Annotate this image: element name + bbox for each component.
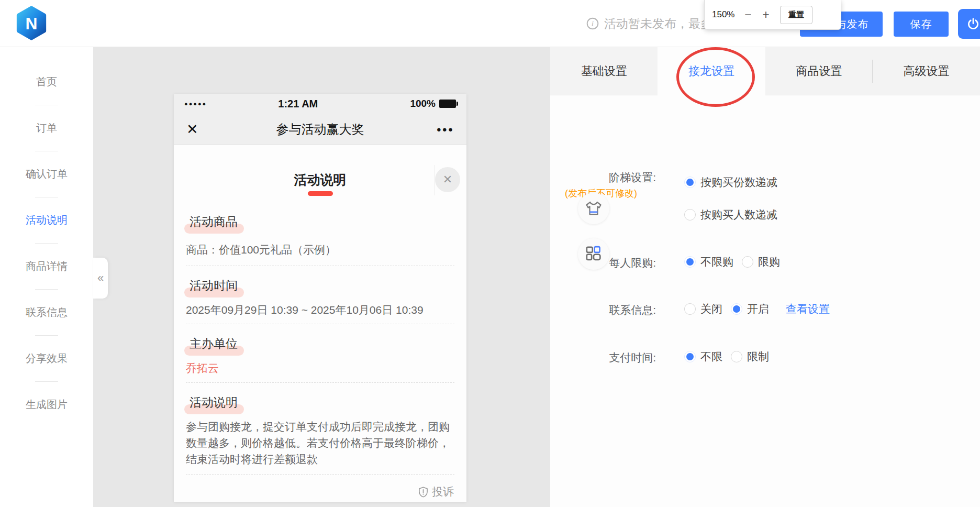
phone-status-bar: ●●●●● 1:21 AM 100%: [174, 94, 466, 114]
sidebar-item-confirm-order[interactable]: 确认订单: [0, 151, 93, 197]
contact-info-label: 联系信息:: [550, 303, 656, 317]
double-chevron-left-icon: «: [97, 271, 104, 285]
radio-no-limit[interactable]: 不限购: [684, 255, 733, 269]
close-icon: ✕: [443, 173, 452, 186]
payment-time-options: 不限 限制: [684, 349, 769, 364]
page-nav-sidebar: 首页 订单 确认订单 活动说明 商品详情 联系信息 分享效果 生成图片: [0, 47, 93, 507]
radio-label: 按购买份数递减: [700, 175, 777, 190]
section-divider: [186, 382, 454, 383]
zoom-out-button[interactable]: −: [739, 9, 757, 21]
shield-alert-icon: [418, 487, 428, 498]
radio-unselected-icon: [684, 209, 696, 221]
components-grid-button[interactable]: [578, 238, 609, 270]
save-button[interactable]: 保存: [894, 12, 949, 37]
phone-page-title: 参与活动赢大奖: [207, 121, 433, 138]
section-text-time: 2025年09月29日 10:39 ~ 2025年10月06日 10:39: [186, 302, 454, 318]
sidebar-item-contact-info[interactable]: 联系信息: [0, 290, 93, 335]
payment-time-label: 支付时间:: [550, 350, 656, 365]
battery-percent: 100%: [410, 98, 436, 109]
phone-content: 活动说明 ✕ 活动商品 商品：价值100元礼品（示例） 活动时间 2025年09…: [174, 145, 466, 502]
sidebar-collapse-handle[interactable]: «: [93, 258, 108, 299]
section-divider: [186, 474, 454, 475]
sidebar-item-orders[interactable]: 订单: [0, 105, 93, 151]
sidebar-item-activity-description[interactable]: 活动说明: [0, 197, 93, 243]
radio-label: 不限购: [700, 255, 733, 269]
power-icon: [966, 17, 980, 31]
description-panel-title: 活动说明: [174, 171, 466, 189]
settings-tabbar: 基础设置 接龙设置 商品设置 高级设置: [550, 47, 980, 95]
complaint-button[interactable]: 投诉: [418, 484, 454, 499]
radio-selected-icon: [731, 303, 742, 315]
theme-style-button[interactable]: [578, 193, 609, 224]
phone-close-icon[interactable]: ✕: [186, 121, 207, 138]
brand-logo[interactable]: N: [14, 5, 49, 41]
battery-icon: [439, 100, 456, 108]
power-exit-button[interactable]: [958, 9, 980, 39]
zoom-reset-button[interactable]: 重置: [780, 6, 812, 24]
radio-unselected-icon: [742, 256, 753, 268]
publish-notice-text: 活动暂未发布，最多: [604, 16, 712, 32]
panel-close-button[interactable]: ✕: [435, 167, 460, 192]
info-icon: i: [586, 17, 599, 30]
tab-advanced-settings[interactable]: 高级设置: [873, 47, 980, 95]
ladder-option-by-buyers: 按购买人数递减: [684, 207, 777, 222]
radio-label: 关闭: [700, 302, 722, 316]
radio-payment-no-limit[interactable]: 不限: [684, 349, 722, 364]
status-time: 1:21 AM: [186, 98, 410, 110]
radio-label: 不限: [700, 349, 722, 364]
section-text-product: 商品：价值100元礼品（示例）: [186, 241, 454, 258]
tab-product-settings[interactable]: 商品设置: [765, 47, 873, 95]
tab-label: 基础设置: [581, 63, 627, 79]
radio-selected-icon: [684, 351, 696, 362]
section-divider: [186, 324, 454, 324]
section-label-time: 活动时间: [190, 278, 238, 294]
svg-text:N: N: [25, 14, 37, 33]
radio-label: 限购: [758, 255, 780, 269]
section-text-organizer: 乔拓云: [186, 360, 454, 376]
hexagon-n-logo-icon: N: [14, 5, 49, 41]
publish-notice: i 活动暂未发布，最多: [586, 0, 712, 47]
title-underline-bar: [308, 191, 333, 196]
section-text-description: 参与团购接龙，提交订单支付成功后即完成接龙，团购数量越多，则价格越低。若支付价格…: [186, 418, 454, 467]
phone-menu-dots-icon[interactable]: ●●●: [433, 125, 454, 134]
radio-selected-icon: [684, 256, 696, 268]
radio-payment-limit[interactable]: 限制: [731, 349, 769, 364]
sidebar-item-home[interactable]: 首页: [0, 59, 93, 105]
svg-text:i: i: [592, 19, 594, 28]
jielong-settings-form: 阶梯设置: (发布后不可修改) 按购买份数递减 按购买人数递减 每人限购:: [550, 95, 980, 507]
contact-info-options: 关闭 开启 查看设置: [684, 302, 830, 316]
tab-label: 接龙设置: [688, 63, 734, 79]
view-contact-settings-link[interactable]: 查看设置: [786, 302, 830, 316]
complaint-label: 投诉: [432, 484, 454, 499]
radio-contact-off[interactable]: 关闭: [684, 302, 722, 316]
sidebar-item-generate-image[interactable]: 生成图片: [0, 382, 93, 427]
browser-zoom-popup: 150% − + 重置: [704, 0, 841, 30]
radio-label: 按购买人数递减: [700, 207, 777, 222]
phone-nav-bar: ✕ 参与活动赢大奖 ●●●: [174, 114, 466, 145]
mobile-preview-frame: ●●●●● 1:21 AM 100% ✕ 参与活动赢大奖 ●●● 活动说明 ✕ …: [174, 94, 466, 502]
sidebar-item-share-effect[interactable]: 分享效果: [0, 336, 93, 381]
settings-panel: 基础设置 接龙设置 商品设置 高级设置 阶梯设置: (发布后不可修改) 按购买份…: [550, 47, 980, 507]
battery-status: 100%: [410, 98, 456, 109]
tab-basic-settings[interactable]: 基础设置: [550, 47, 658, 95]
tab-label: 高级设置: [903, 63, 949, 79]
radio-unselected-icon: [731, 351, 742, 362]
zoom-in-button[interactable]: +: [757, 9, 775, 21]
radio-unselected-icon: [684, 303, 696, 315]
radio-label: 开启: [747, 302, 769, 316]
section-label-product: 活动商品: [190, 214, 238, 230]
tab-jielong-settings[interactable]: 接龙设置: [658, 47, 765, 95]
sidebar-item-product-detail[interactable]: 商品详情: [0, 244, 93, 289]
section-label-description: 活动说明: [190, 394, 238, 411]
radio-contact-on[interactable]: 开启: [731, 302, 769, 316]
radio-limit[interactable]: 限购: [742, 255, 780, 269]
purchase-limit-options: 不限购 限购: [684, 255, 780, 269]
radio-by-buyers[interactable]: 按购买人数递减: [684, 207, 777, 222]
section-label-organizer: 主办单位: [190, 336, 238, 352]
radio-by-quantity[interactable]: 按购买份数递减: [684, 175, 777, 190]
app-window: N i 活动暂未发布，最多 预览与发布 保存 150% − + 重置 首页 订单: [0, 0, 980, 507]
section-divider: [186, 266, 454, 266]
radio-label: 限制: [747, 349, 769, 364]
tshirt-icon: [584, 199, 603, 218]
zoom-level-value: 150%: [712, 9, 739, 20]
